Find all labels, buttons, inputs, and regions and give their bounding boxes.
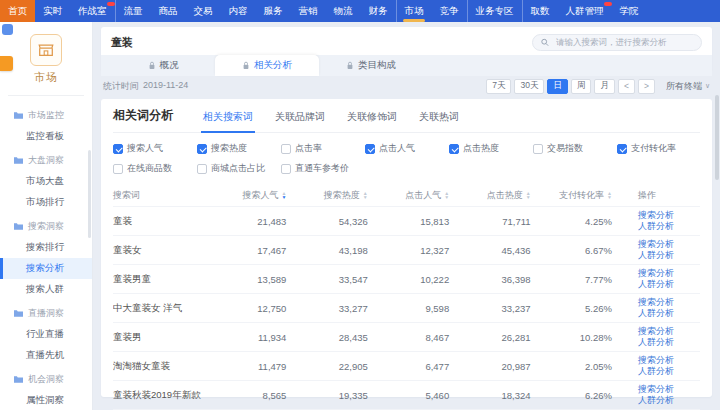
sidebar-item[interactable]: 市场大盘 — [0, 171, 92, 192]
metric-checkbox[interactable]: 交易指数 — [533, 142, 617, 155]
top-nav-item-label: 财务 — [369, 5, 388, 18]
sidebar-item[interactable]: 监控看板 — [0, 126, 92, 147]
sidebar-item[interactable]: 市场监控 — [0, 105, 92, 126]
search-analysis-link[interactable]: 搜索分析 — [638, 355, 700, 366]
terminal-dropdown[interactable]: 所有终端 ∨ — [666, 80, 710, 93]
top-nav-item[interactable]: 内容 — [221, 0, 256, 22]
metric-checkbox[interactable]: 点击热度 — [449, 142, 533, 155]
analysis-tab[interactable]: 相关搜索词 — [201, 110, 255, 132]
top-nav-item[interactable]: 取数 — [522, 0, 558, 22]
top-nav-item[interactable]: 实时 — [35, 0, 70, 22]
date-range-button[interactable]: 30天 — [514, 79, 544, 94]
search-input[interactable] — [554, 36, 693, 48]
analysis-tab[interactable]: 关联品牌词 — [273, 110, 327, 132]
metric-checkbox[interactable]: 搜索人气 — [113, 142, 197, 155]
sort-icon[interactable]: ▲ ▼ — [607, 191, 612, 199]
crowd-analysis-link[interactable]: 人群分析 — [638, 395, 700, 406]
top-nav-item[interactable]: 作战室 — [70, 0, 115, 22]
metric-checkbox[interactable]: 商城点击占比 — [197, 162, 281, 175]
date-range-button[interactable]: 月 — [594, 79, 615, 94]
table-column-header[interactable]: 搜索人气 ▲ ▼ — [231, 189, 312, 202]
sidebar-divider — [8, 95, 84, 96]
sidebar-scrollbar[interactable] — [88, 150, 91, 238]
metric-checkbox[interactable]: 点击人气 — [365, 142, 449, 155]
crowd-analysis-link[interactable]: 人群分析 — [638, 308, 700, 319]
search-analysis-link[interactable]: 搜索分析 — [638, 210, 700, 221]
top-nav-item[interactable]: 营销 — [291, 0, 326, 22]
category-tab[interactable]: 相关分析 — [215, 55, 319, 76]
sidebar-item[interactable]: 行业直播 — [0, 324, 92, 345]
keyword-search-box[interactable] — [532, 34, 702, 51]
sort-icon[interactable]: ▲ ▼ — [444, 191, 449, 199]
table-column-header[interactable]: 操作 ▲ ▼ — [638, 189, 700, 202]
category-tab[interactable]: 类目构成 — [319, 55, 423, 76]
top-nav-item[interactable]: 人群管理 — [558, 0, 612, 22]
search-analysis-link[interactable]: 搜索分析 — [638, 268, 700, 279]
analysis-tab[interactable]: 关联热词 — [417, 110, 461, 132]
date-range-button[interactable]: 7天 — [486, 79, 511, 94]
metric-checkbox[interactable]: 支付转化率 — [617, 142, 701, 155]
crowd-analysis-link[interactable]: 人群分析 — [638, 366, 700, 377]
date-range-button-label: 7天 — [492, 80, 505, 92]
next-date-button[interactable]: > — [638, 79, 655, 94]
top-nav-item[interactable]: 首页 — [0, 0, 35, 22]
table-column-header[interactable]: 点击热度 ▲ ▼ — [475, 189, 556, 202]
sidebar-item[interactable]: 搜索排行 — [0, 237, 92, 258]
date-range-button[interactable]: 日 — [547, 79, 568, 94]
metric-checkbox[interactable]: 直通车参考价 — [281, 162, 365, 175]
sidebar-item[interactable]: 搜索分析 — [0, 258, 92, 279]
metric-checkbox[interactable]: 在线商品数 — [113, 162, 197, 175]
top-nav-item[interactable]: 服务 — [256, 0, 291, 22]
sort-icon[interactable]: ▲ ▼ — [363, 191, 368, 199]
keyword-cell: 中大童装女 洋气 — [113, 302, 231, 315]
chevron-down-icon: ∨ — [705, 82, 710, 90]
metric-selector: 搜索人气 搜索热度 点击率 — [113, 133, 700, 184]
click-heat-cell: 45,436 — [475, 245, 556, 256]
checkbox-icon — [281, 144, 291, 154]
top-nav-item[interactable]: 市场 — [396, 0, 432, 22]
top-nav-item[interactable]: 财务 — [361, 0, 396, 22]
table-column-header[interactable]: 支付转化率 ▲ ▼ — [557, 189, 638, 202]
table-column-header[interactable]: 搜索热度 ▲ ▼ — [312, 189, 393, 202]
analysis-tab[interactable]: 关联修饰词 — [345, 110, 399, 132]
crowd-analysis-link[interactable]: 人群分析 — [638, 279, 700, 290]
metric-checkbox[interactable]: 搜索热度 — [197, 142, 281, 155]
top-nav-item[interactable]: 流量 — [115, 0, 151, 22]
metric-checkbox[interactable]: 点击率 — [281, 142, 365, 155]
sidebar-item[interactable]: 直播先机 — [0, 345, 92, 366]
checkbox-icon — [113, 144, 123, 154]
sort-icon[interactable]: ▲ ▼ — [281, 191, 286, 199]
top-nav-item[interactable]: 学院 — [612, 0, 647, 22]
search-analysis-link[interactable]: 搜索分析 — [638, 326, 700, 337]
actions-cell: 搜索分析 人群分析 — [638, 355, 700, 377]
crowd-analysis-link[interactable]: 人群分析 — [638, 250, 700, 261]
search-analysis-link[interactable]: 搜索分析 — [638, 297, 700, 308]
sort-icon[interactable]: ▲ ▼ — [526, 191, 531, 199]
top-nav-item[interactable]: 物流 — [326, 0, 361, 22]
sidebar-item[interactable]: 市场排行 — [0, 192, 92, 213]
sidebar-item[interactable]: 机会洞察 — [0, 369, 92, 390]
date-range-button[interactable]: 周 — [571, 79, 592, 94]
search-analysis-link[interactable]: 搜索分析 — [638, 384, 700, 395]
search-analysis-link[interactable]: 搜索分析 — [638, 239, 700, 250]
folder-icon — [13, 375, 24, 384]
page-scrollbar[interactable] — [715, 95, 719, 180]
prev-date-button[interactable]: < — [618, 79, 635, 94]
sidebar-item[interactable]: 直播洞察 — [0, 303, 92, 324]
top-nav-item[interactable]: 商品 — [151, 0, 186, 22]
sidebar-module-header[interactable]: 市场 — [0, 22, 92, 85]
table-column-header[interactable]: 搜索词 ▲ ▼ — [113, 189, 231, 202]
table-column-header[interactable]: 点击人气 ▲ ▼ — [394, 189, 475, 202]
sidebar-item[interactable]: 搜索洞察 — [0, 216, 92, 237]
search-heat-cell: 43,198 — [312, 245, 393, 256]
sidebar-item[interactable]: 属性洞察 — [0, 390, 92, 410]
sidebar-item[interactable]: 大盘洞察 — [0, 150, 92, 171]
top-nav-item[interactable]: 业务专区 — [467, 0, 522, 22]
sidebar-item[interactable]: 搜索人群 — [0, 279, 92, 300]
top-nav-item[interactable]: 竞争 — [432, 0, 467, 22]
crowd-analysis-link[interactable]: 人群分析 — [638, 337, 700, 348]
top-nav-item[interactable]: 交易 — [186, 0, 221, 22]
category-tab[interactable]: 概况 — [111, 55, 215, 76]
crowd-analysis-link[interactable]: 人群分析 — [638, 221, 700, 232]
click-popularity-cell: 6,477 — [394, 361, 475, 372]
